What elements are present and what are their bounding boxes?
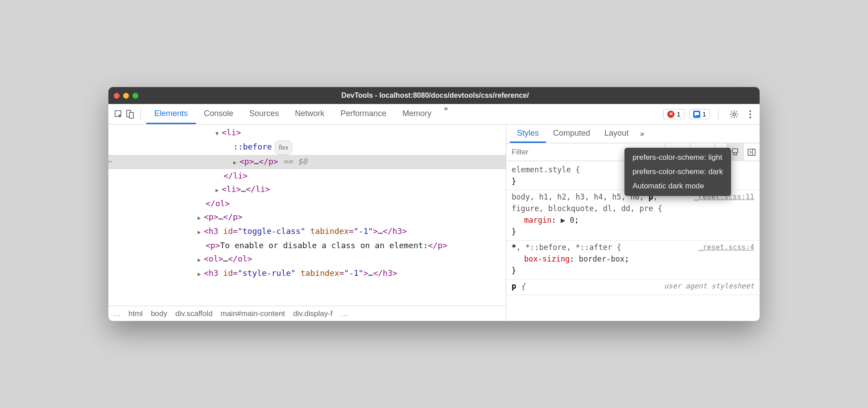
tab-layout[interactable]: Layout [597,125,636,143]
color-scheme-popup: prefers-color-scheme: light prefers-colo… [624,148,731,196]
svg-point-3 [733,113,736,116]
css-rule[interactable]: _reset.scss:4 *, *::before, *::after { b… [506,241,760,279]
css-rule[interactable]: _reset.scss:11 body, h1, h2, h3, h4, h5,… [506,190,760,241]
message-count: 1 [703,110,706,118]
computed-sidebar-toggle[interactable] [743,143,760,161]
tree-node[interactable]: ▶<p>…</p> [108,210,506,225]
main-tabs: Elements Console Sources Network Perform… [146,104,661,124]
styles-pane: Styles Computed Layout » :hov .cls + [506,125,760,321]
tree-node[interactable]: ▼<li> [108,126,506,140]
kebab-menu-icon[interactable] [746,110,754,119]
popup-item-light[interactable]: prefers-color-scheme: light [624,150,731,165]
tab-sources[interactable]: Sources [241,104,287,124]
minimize-window-button[interactable] [123,93,129,99]
breadcrumb-overflow-left[interactable]: … [113,309,120,318]
svg-rect-2 [129,112,133,118]
tab-console[interactable]: Console [196,104,241,124]
panels: ▼<li> ::beforeflex ▶<p>…</p> == $0 </li>… [108,125,760,321]
tab-network[interactable]: Network [287,104,332,124]
tree-node[interactable]: ▶<li>…</li> [108,183,506,197]
breadcrumb-item[interactable]: html [128,309,143,318]
popup-item-dark[interactable]: prefers-color-scheme: dark [624,165,731,179]
tree-node-selected[interactable]: ▶<p>…</p> == $0 [108,155,506,169]
message-count-badge[interactable]: 1 [689,109,710,119]
tree-node[interactable]: <p>To enable or disable a class on an el… [108,239,506,252]
tree-node[interactable]: </li> [108,169,506,183]
tree-node[interactable]: </ol> [108,197,506,210]
error-count-badge[interactable]: ✕ 1 [663,109,684,119]
svg-point-5 [749,113,751,115]
flex-badge[interactable]: flex [275,141,293,155]
error-count: 1 [677,110,680,118]
elements-pane: ▼<li> ::beforeflex ▶<p>…</p> == $0 </li>… [108,125,506,321]
main-toolbar: Elements Console Sources Network Perform… [108,104,760,125]
dom-tree[interactable]: ▼<li> ::beforeflex ▶<p>…</p> == $0 </li>… [108,125,506,306]
tab-performance[interactable]: Performance [332,104,394,124]
tab-computed[interactable]: Computed [546,125,597,143]
svg-point-4 [749,110,751,112]
message-icon [693,111,700,118]
device-toolbar-icon[interactable] [125,109,135,119]
source-link: user agent stylesheet [664,280,754,292]
inspect-element-icon[interactable] [114,109,124,119]
error-icon: ✕ [667,111,674,118]
source-link[interactable]: _reset.scss:4 [699,241,754,253]
more-styles-tabs-icon[interactable]: » [636,130,649,138]
breadcrumb-bar: … html body div.scaffold main#main-conte… [108,306,506,321]
breadcrumb-item[interactable]: main#main-content [220,309,285,318]
more-tabs-chevron-icon[interactable]: » [439,104,452,124]
tab-elements[interactable]: Elements [146,104,196,124]
svg-rect-8 [748,149,755,155]
breadcrumb-overflow-right[interactable]: … [341,309,348,318]
maximize-window-button[interactable] [132,93,138,99]
tree-node[interactable]: ▶<ol>…</ol> [108,252,506,266]
close-window-button[interactable] [114,93,120,99]
tree-node-pseudo[interactable]: ::beforeflex [108,140,506,155]
tree-node[interactable]: ▶<h3 id="style-rule" tabindex="-1">…</h3… [108,266,506,281]
breadcrumb-item[interactable]: div.scaffold [175,309,212,318]
styles-tabs: Styles Computed Layout » [506,125,760,143]
css-rule[interactable]: user agent stylesheet p { [506,279,760,295]
window-controls [114,93,138,99]
titlebar: DevTools - localhost:8080/docs/devtools/… [108,87,760,104]
devtools-window: DevTools - localhost:8080/docs/devtools/… [108,87,760,321]
svg-rect-7 [732,149,738,153]
svg-point-6 [749,117,751,118]
breadcrumb-item[interactable]: div.display-f [293,309,333,318]
settings-gear-icon[interactable] [727,109,742,119]
tab-styles[interactable]: Styles [510,125,546,143]
popup-item-auto[interactable]: Automatic dark mode [624,179,731,193]
breadcrumb-item[interactable]: body [151,309,167,318]
window-title: DevTools - localhost:8080/docs/devtools/… [138,92,732,100]
tree-node[interactable]: ▶<h3 id="toggle-class" tabindex="-1">…</… [108,225,506,239]
tab-memory[interactable]: Memory [394,104,439,124]
